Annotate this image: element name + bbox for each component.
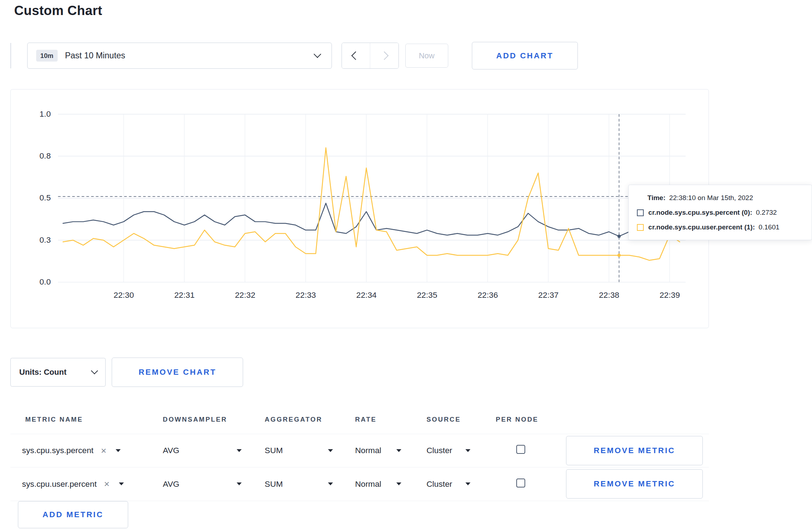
header-aggregator: AGGREGATOR <box>265 416 355 423</box>
caret-down-icon <box>119 482 124 485</box>
tooltip-time-label: Time: <box>647 193 666 204</box>
metric-name-select[interactable]: sys.cpu.user.percent × <box>10 479 163 489</box>
caret-down-icon <box>237 482 242 485</box>
chevron-left-icon <box>352 52 360 60</box>
aggregator-select[interactable]: SUM <box>265 446 333 455</box>
caret-down-icon <box>328 482 333 485</box>
tooltip-series-value: 0.2732 <box>756 207 777 218</box>
x-axis-tick-label: 22:34 <box>343 290 390 300</box>
x-axis-tick-label: 22:32 <box>222 290 269 300</box>
chart-card: 0.00.30.50.81.0 22:3022:3122:3222:3322:3… <box>10 89 709 328</box>
table-row: sys.cpu.user.percent × AVG SUM Normal Cl… <box>10 467 709 501</box>
header-source: SOURCE <box>426 416 496 423</box>
caret-down-icon <box>396 449 401 452</box>
per-node-checkbox[interactable] <box>516 479 525 487</box>
add-chart-button[interactable]: ADD CHART <box>472 42 578 69</box>
metric-name-label: sys.cpu.sys.percent <box>22 446 94 455</box>
toolbar: 10m Past 10 Minutes Now ADD CHART <box>10 42 578 69</box>
header-rate: RATE <box>355 416 427 423</box>
tooltip-time-value: 22:38:10 on Mar 15th, 2022 <box>669 193 753 204</box>
sys-series-swatch-icon <box>637 209 644 216</box>
time-range-select[interactable]: 10m Past 10 Minutes <box>27 43 332 69</box>
caret-down-icon <box>396 482 401 485</box>
y-axis-tick-label: 1.0 <box>18 109 51 119</box>
toolbar-divider <box>10 43 11 68</box>
remove-chart-button[interactable]: REMOVE CHART <box>112 358 243 387</box>
tooltip-series-value: 0.1601 <box>759 222 779 233</box>
caret-down-icon <box>237 449 242 452</box>
x-axis-tick-label: 22:36 <box>464 290 511 300</box>
prev-time-button[interactable] <box>342 43 370 68</box>
add-metric-button[interactable]: ADD METRIC <box>18 501 128 528</box>
source-select[interactable]: Cluster <box>426 446 470 455</box>
aggregator-select[interactable]: SUM <box>265 479 333 489</box>
x-axis-tick-label: 22:35 <box>403 290 451 300</box>
metrics-table-header: METRIC NAME DOWNSAMPLER AGGREGATOR RATE … <box>10 406 709 434</box>
metric-name-label: sys.cpu.user.percent <box>22 479 97 489</box>
header-per-node: PER NODE <box>496 416 566 423</box>
chevron-down-icon <box>91 367 98 374</box>
metric-name-select[interactable]: sys.cpu.sys.percent × <box>10 446 163 455</box>
chart-plot[interactable] <box>58 113 686 286</box>
downsampler-select[interactable]: AVG <box>163 479 242 489</box>
close-icon[interactable]: × <box>104 479 110 489</box>
y-axis-tick-label: 0.5 <box>18 193 51 203</box>
x-axis-tick-label: 22:30 <box>100 290 148 300</box>
y-axis-tick-label: 0.8 <box>18 151 51 161</box>
page-title: Custom Chart <box>14 3 102 18</box>
time-range-label: Past 10 Minutes <box>65 51 125 60</box>
header-metric-name: METRIC NAME <box>10 416 163 423</box>
x-axis-tick-label: 22:38 <box>585 290 633 300</box>
caret-down-icon <box>465 449 470 452</box>
metrics-table: METRIC NAME DOWNSAMPLER AGGREGATOR RATE … <box>10 406 709 501</box>
user-series-swatch-icon <box>637 224 644 231</box>
units-select[interactable]: Units: Count <box>10 358 106 387</box>
caret-down-icon <box>116 449 121 452</box>
caret-down-icon <box>328 449 333 452</box>
y-axis-tick-label: 0.3 <box>18 235 51 245</box>
time-range-badge: 10m <box>36 50 58 62</box>
crosshair-tooltip: Time: 22:38:10 on Mar 15th, 2022 cr.node… <box>628 185 812 240</box>
rate-select[interactable]: Normal <box>355 479 401 489</box>
table-row: sys.cpu.sys.percent × AVG SUM Normal Clu… <box>10 434 709 467</box>
remove-metric-button[interactable]: REMOVE METRIC <box>566 436 702 465</box>
source-select[interactable]: Cluster <box>426 479 470 489</box>
x-axis-tick-label: 22:39 <box>646 290 693 300</box>
tooltip-series-label: cr.node.sys.cpu.user.percent (1): <box>648 222 755 233</box>
chevron-right-icon <box>380 52 389 60</box>
rate-select[interactable]: Normal <box>355 446 401 455</box>
header-downsampler: DOWNSAMPLER <box>163 416 265 423</box>
close-icon[interactable]: × <box>101 446 106 455</box>
tooltip-series-label: cr.node.sys.cpu.sys.percent (0): <box>648 207 752 218</box>
next-time-button[interactable] <box>370 43 398 68</box>
now-button[interactable]: Now <box>405 44 448 68</box>
caret-down-icon <box>465 482 470 485</box>
custom-chart-page: Custom Chart 10m Past 10 Minutes Now ADD… <box>0 0 812 529</box>
x-axis-tick-label: 22:31 <box>161 290 208 300</box>
chevron-down-icon <box>314 50 321 58</box>
units-label: Units: Count <box>19 368 67 377</box>
time-pager <box>342 43 399 68</box>
x-axis-tick-label: 22:33 <box>282 290 329 300</box>
remove-metric-button[interactable]: REMOVE METRIC <box>566 469 702 499</box>
per-node-checkbox[interactable] <box>516 445 525 454</box>
y-axis-tick-label: 0.0 <box>18 277 51 287</box>
downsampler-select[interactable]: AVG <box>163 446 242 455</box>
x-axis-tick-label: 22:37 <box>525 290 572 300</box>
chart-controls: Units: Count REMOVE CHART <box>10 358 243 387</box>
